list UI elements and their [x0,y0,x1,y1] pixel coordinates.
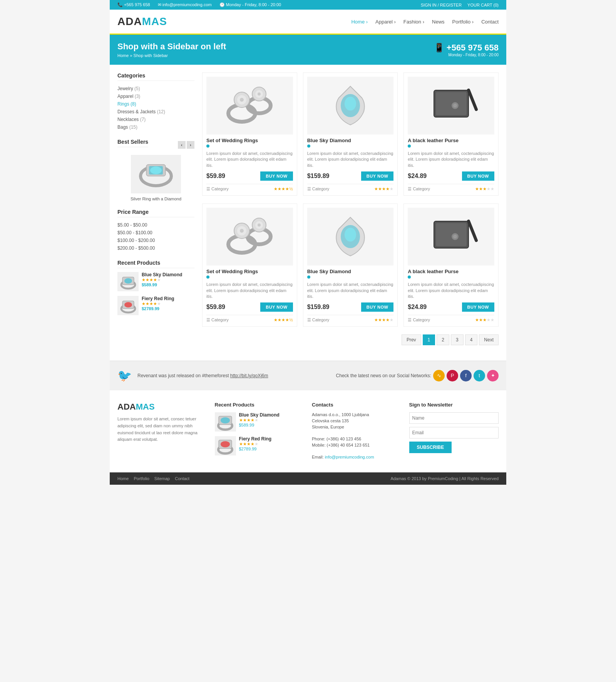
bottom-link-sitemap[interactable]: Sitemap [154,476,170,481]
best-sellers-section: Best Sellers ‹ › Silver Ring with a Diam… [117,139,194,201]
buy-button-2[interactable]: BUY NOW [361,171,393,181]
list-item: Jewelry (5) [117,85,194,92]
main-nav: Home › Apparel › Fashion › News Portfoli… [351,19,499,25]
list-item: Dresses & Jackets (12) [117,108,194,116]
buy-button-4[interactable]: BUY NOW [260,302,293,312]
buy-button-5[interactable]: BUY NOW [361,302,393,312]
subscribe-button[interactable]: SUBSCRIBE [409,442,452,453]
footer-contacts-title: Contacts [312,402,402,408]
product-image-6 [408,208,494,265]
nav-home[interactable]: Home › [351,19,368,25]
product-image-4 [206,208,293,265]
product-category-2: ☰ Category [307,186,330,191]
category-dresses[interactable]: Dresses & Jackets (12) [117,109,165,114]
categories-title: Categories [117,72,194,81]
recent-product-1: Blue Sky Diamond ★★★★★ $589.99 [117,272,194,291]
footer-product-info-1: Blue Sky Diamond ★★★★★ $589.99 [239,412,280,432]
product-card-1: Set of Wedding Rings Lorem ipsum dolor s… [202,72,297,196]
pagination-page-4[interactable]: 4 [465,334,478,345]
price-range-section: Price Range $5.00 - $50.00 $50.00 - $100… [117,209,194,252]
nav-fashion[interactable]: Fashion › [403,19,424,25]
pagination-prev[interactable]: Prev [402,334,421,345]
top-bar-left: 📞 +565 975 658 ✉ info@premiumcoding.com … [117,2,281,7]
buy-button-3[interactable]: BUY NOW [462,171,494,181]
footer-product-img-1 [215,412,236,432]
list-item: $50.00 - $100.00 [117,229,194,237]
nav-portfolio[interactable]: Portfolio › [452,19,474,25]
list-item: $5.00 - $50.00 [117,221,194,229]
footer-product-info-2: Fiery Red Ring ★★★★★ $2789.99 [239,436,272,455]
contact-mobile: Mobile: (+386) 40 654 123 651 [312,443,402,447]
pagination-next[interactable]: Next [479,334,499,345]
bottom-link-portfolio[interactable]: Portfolio [134,476,149,481]
svg-point-32 [258,223,261,227]
social-strip-left: 🐦 Revenant was just released on #themefo… [117,369,268,382]
breadcrumb-arrow: » [130,53,133,58]
price-range-1[interactable]: $5.00 - $50.00 [117,222,147,228]
product-category-4: ☰ Category [206,317,229,323]
copyright: Adamas © 2013 by PremiumCoding | All Rig… [390,476,499,481]
best-sellers-header: Best Sellers ‹ › [117,139,194,151]
product-name-5: Blue Sky Diamond [307,269,394,274]
product-category-5: ☰ Category [307,317,330,323]
sidebar: Categories Jewelry (5) Apparel (3) Rings… [117,72,194,353]
svg-point-17 [258,92,261,96]
product-price-6: $24.89 [408,304,427,311]
category-bags[interactable]: Bags (15) [117,124,137,130]
svg-point-3 [150,166,162,174]
bottom-link-contact[interactable]: Contact [175,476,189,481]
hero-phone-icon: 📱 [434,43,447,52]
rss-icon[interactable]: ∿ [433,370,445,381]
svg-point-16 [240,98,244,102]
contact-email-link[interactable]: info@premiumcoding.com [325,455,374,459]
contact-email-row: Email: info@premiumcoding.com [312,455,402,459]
list-item: Necklaces (7) [117,116,194,123]
product-category-3: ☰ Category [408,186,430,191]
categories-list: Jewelry (5) Apparel (3) Rings (8) Dresse… [117,85,194,131]
product-color-dot-1 [206,144,209,148]
prev-best-seller[interactable]: ‹ [178,141,186,149]
nav-contact[interactable]: Contact [481,19,499,25]
category-rings[interactable]: Rings (8) [117,101,136,107]
main-content: Categories Jewelry (5) Apparel (3) Rings… [110,65,506,361]
product-stars-5: ★★★★★ [374,317,393,323]
price-range-3[interactable]: $100.00 - $200.00 [117,238,155,243]
dribbble-icon[interactable]: ✦ [487,370,499,381]
pagination-page-2[interactable]: 2 [437,334,449,345]
pagination: Prev 1 2 3 4 Next [202,334,499,345]
facebook-icon[interactable]: f [460,370,472,381]
product-desc-4: Lorem ipsum dolor sit amet, cocteruadipi… [206,282,293,299]
pagination-page-3[interactable]: 3 [451,334,464,345]
product-meta-1: ☰ Category ★★★★½ [206,184,293,191]
svg-point-34 [345,228,356,242]
price-range-4[interactable]: $200.00 - $500.00 [117,245,155,251]
breadcrumb-home[interactable]: Home [117,53,129,58]
pinterest-icon[interactable]: P [447,370,458,381]
footer: ADAMAS Lorem ipsum dolor sit amet, conse… [110,390,506,472]
contact-address: Adamas d.o.o., 1000 Ljubljana [312,412,402,417]
product-color-dot-2 [307,144,310,148]
category-jewelry[interactable]: Jewelry (5) [117,86,140,91]
buy-button-1[interactable]: BUY NOW [260,171,293,181]
hero-hours: Monday - Friday, 8:00 - 20:00 [434,53,499,57]
category-apparel[interactable]: Apparel (3) [117,94,140,99]
buy-button-6[interactable]: BUY NOW [462,302,494,312]
category-necklaces[interactable]: Necklaces (7) [117,117,146,122]
rp-image-2 [117,296,139,315]
product-card-2: Blue Sky Diamond Lorem ipsum dolor sit a… [303,72,398,196]
next-best-seller[interactable]: › [187,141,194,149]
nav-news[interactable]: News [432,19,445,25]
signin-link[interactable]: SIGN IN / REGISTER [421,3,462,7]
nav-apparel[interactable]: Apparel › [375,19,396,25]
newsletter-email-input[interactable] [409,427,499,438]
pagination-page-1[interactable]: 1 [423,334,435,345]
price-range-2[interactable]: $50.00 - $100.00 [117,230,152,235]
newsletter-name-input[interactable] [409,412,499,424]
list-item: Rings (8) [117,100,194,108]
hero-banner: Shop with a Sidebar on left Home » Shop … [110,35,506,65]
bottom-link-home[interactable]: Home [117,476,129,481]
list-item: $200.00 - $500.00 [117,244,194,252]
tweet-link[interactable]: http://bit.ly/qoXj6m [230,373,268,378]
cart-link[interactable]: YOUR CART (0) [467,3,499,7]
twitter-icon[interactable]: t [474,370,485,381]
